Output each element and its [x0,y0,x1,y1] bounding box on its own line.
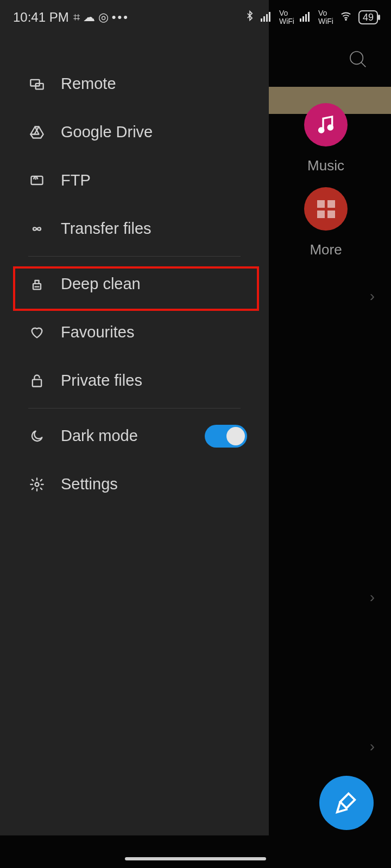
svg-rect-15 [269,12,270,22]
drawer-item-settings[interactable]: Settings [0,460,269,508]
battery-indicator: 49 [358,10,378,24]
chevron-right-icon[interactable]: › [370,738,375,755]
category-tile-more[interactable]: More [282,187,369,258]
status-time: 10:41 PM [13,10,69,25]
svg-rect-12 [261,18,262,22]
svg-rect-13 [263,16,265,22]
lock-icon [28,372,46,390]
drawer-item-label: Private files [61,372,142,390]
svg-rect-10 [33,379,41,386]
status-bar: 10:41 PM ⌗ ☁ ◎ ••• VoWiFi VoWiFi 49 [0,0,391,35]
drawer-item-remote[interactable]: Remote [0,60,269,108]
svg-rect-19 [308,12,310,22]
drawer-item-label: Remote [61,75,116,93]
cloud-icon: ☁ [83,10,95,24]
drawer-item-google-drive[interactable]: Google Drive [0,108,269,156]
tile-label: Music [282,157,369,174]
music-icon [304,103,348,146]
chevron-right-icon[interactable]: › [370,589,375,606]
ftp-icon [28,172,46,189]
instagram-icon: ◎ [98,10,109,24]
svg-rect-18 [305,14,307,22]
gesture-bar [125,857,266,860]
svg-point-7 [35,178,36,178]
more-notifications-icon: ••• [112,10,129,24]
category-tile-music[interactable]: Music [282,103,369,174]
broom-icon [28,276,46,293]
svg-line-1 [361,62,365,67]
drawer-item-dark-mode[interactable]: Dark mode [0,412,269,460]
svg-point-0 [350,52,363,64]
svg-point-11 [35,482,39,486]
drawer-item-label: Dark mode [61,427,138,445]
svg-rect-16 [300,18,301,22]
slack-icon: ⌗ [73,10,80,24]
drawer-item-label: Transfer files [61,220,152,238]
tile-label: More [282,241,369,258]
vowifi-indicator: VoWiFi [318,9,333,25]
moon-icon [28,427,46,445]
svg-rect-14 [266,14,268,22]
svg-point-20 [345,19,346,20]
infinity-icon [28,220,46,238]
dark-mode-toggle[interactable] [205,425,247,448]
drawer-item-label: FTP [61,171,91,189]
vowifi-indicator: VoWiFi [279,9,294,25]
drawer-item-deep-clean[interactable]: Deep clean [0,260,269,308]
remote-icon [28,75,46,93]
divider [28,256,241,257]
bluetooth-icon [244,9,255,26]
more-icon [304,187,348,231]
svg-point-2 [319,127,324,133]
gdrive-icon [28,124,46,141]
divider [28,408,241,409]
clean-fab[interactable] [319,776,374,830]
svg-rect-17 [302,16,304,22]
wifi-icon [339,10,353,25]
signal-icon [261,10,274,25]
signal-icon [300,10,313,25]
chevron-right-icon[interactable]: › [370,288,375,305]
drawer-item-label: Google Drive [61,123,153,141]
drawer-item-label: Settings [61,475,118,493]
drawer-item-favourites[interactable]: Favourites [0,308,269,356]
drawer-item-label: Deep clean [61,275,141,293]
heart-icon [28,324,46,341]
gear-icon [28,476,46,493]
drawer-item-private[interactable]: Private files [0,356,269,405]
drawer-item-label: Favourites [61,323,134,341]
drawer-item-ftp[interactable]: FTP [0,156,269,205]
search-button[interactable] [348,49,369,73]
nav-drawer: Remote Google Drive FTP Transfer files D… [0,0,269,835]
drawer-item-transfer[interactable]: Transfer files [0,205,269,253]
svg-point-3 [327,125,333,130]
